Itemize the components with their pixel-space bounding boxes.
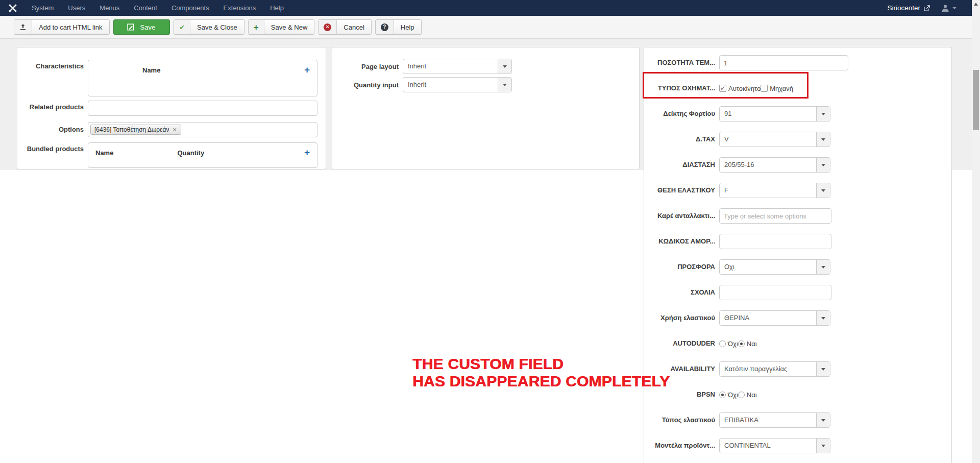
quantity-input-label: Quantity input bbox=[354, 81, 403, 89]
external-link-icon bbox=[924, 5, 930, 11]
related-products-input[interactable] bbox=[88, 101, 317, 116]
τυπος-οχηματ-row: ΤΥΠΟΣ ΟΧΗΜΑΤ...ΑυτοκίνητοΜηχανή bbox=[644, 81, 951, 96]
κωδικος-αμορ-input[interactable] bbox=[719, 234, 831, 249]
select-caret-button[interactable] bbox=[816, 362, 830, 376]
page-layout-select[interactable]: Inherit bbox=[403, 59, 512, 74]
user-menu[interactable] bbox=[941, 4, 957, 12]
field-control: 91 bbox=[719, 106, 830, 121]
bundled-products-table: Name Quantity + bbox=[88, 142, 317, 168]
radio-label-όχι: Όχι bbox=[728, 340, 738, 347]
scrollbar-up-arrow-icon[interactable] bbox=[974, 3, 978, 6]
field-control: V bbox=[719, 132, 830, 147]
menu-item-components[interactable]: Components bbox=[164, 0, 216, 16]
καρέ-ανταλλακτι-row: Καρέ ανταλλακτι... bbox=[644, 208, 951, 224]
checkbox-μηχανή[interactable] bbox=[761, 85, 768, 92]
cancel-button[interactable]: ✕Cancel bbox=[318, 19, 371, 35]
help-button[interactable]: ?Help bbox=[375, 19, 422, 35]
select-caret-button[interactable] bbox=[816, 413, 830, 427]
page-scrollbar[interactable] bbox=[972, 0, 980, 463]
caret-down-icon bbox=[821, 113, 825, 115]
menu-item-menus[interactable]: Menus bbox=[92, 0, 127, 16]
select-caret-button[interactable] bbox=[816, 260, 830, 274]
radio-label-όχι: Όχι bbox=[728, 392, 738, 398]
save-close-button[interactable]: ✔Save & Close bbox=[174, 19, 244, 35]
availability-select[interactable]: Κατόπιν παραγγελίας bbox=[719, 361, 830, 377]
select-caret-button[interactable] bbox=[816, 132, 830, 147]
field-control: Οχι bbox=[719, 259, 830, 275]
field-control: ΑυτοκίνητοΜηχανή bbox=[719, 85, 793, 92]
select-caret-button[interactable] bbox=[816, 158, 830, 172]
field-control: F bbox=[719, 183, 830, 198]
θεση-ελαστικου-select[interactable]: F bbox=[719, 183, 830, 198]
τύπος-ελαστικού-label: Τύπος ελαστικού bbox=[644, 417, 719, 424]
quantity-input-select[interactable]: Inherit bbox=[403, 77, 512, 92]
menu-item-system[interactable]: System bbox=[24, 0, 61, 16]
select-value: Inherit bbox=[403, 59, 498, 74]
χρήση-ελαστικού-row: Χρήση ελαστικούΘΕΡΙΝΑ bbox=[644, 310, 951, 326]
quantity-input-row: Quantity inputInherit bbox=[332, 77, 639, 92]
καρέ-ανταλλακτι-label: Καρέ ανταλλακτι... bbox=[644, 212, 719, 220]
τυπος-οχηματ-label: ΤΥΠΟΣ ΟΧΗΜΑΤ... bbox=[644, 85, 719, 92]
caret-down-icon bbox=[821, 266, 825, 269]
remove-tag-icon[interactable]: ✕ bbox=[172, 127, 177, 133]
δείκτης-φορτίου-select[interactable]: 91 bbox=[719, 106, 830, 121]
checkbox-αυτοκίνητο[interactable] bbox=[719, 85, 726, 92]
τύπος-ελαστικού-select[interactable]: ΕΠΙΒΑΤΙΚΑ bbox=[719, 412, 830, 428]
scrollbar-thumb[interactable] bbox=[973, 70, 979, 130]
select-caret-button[interactable] bbox=[816, 107, 830, 121]
select-caret-button[interactable] bbox=[498, 78, 511, 92]
προσφορα-select[interactable]: Οχι bbox=[719, 259, 830, 275]
menu-item-content[interactable]: Content bbox=[127, 0, 164, 16]
τύπος-ελαστικού-row: Τύπος ελαστικούΕΠΙΒΑΤΙΚΑ bbox=[644, 412, 951, 428]
help-icon: ? bbox=[381, 23, 388, 31]
radio-autoduder-ναι[interactable] bbox=[738, 340, 745, 347]
radio-bpsn-ναι[interactable] bbox=[738, 392, 745, 398]
options-input[interactable]: [6436] Τοποθέτηση Δωρεάν ✕ bbox=[88, 122, 317, 137]
select-value: CONTINENTAL bbox=[720, 438, 816, 453]
σχολια-input[interactable] bbox=[719, 285, 831, 300]
radio-autoduder-όχι[interactable] bbox=[719, 340, 726, 347]
add-characteristic-button[interactable]: + bbox=[304, 66, 310, 74]
page-layout-label: Page layout bbox=[361, 63, 403, 70]
caret-down-icon bbox=[503, 84, 507, 86]
radio-bpsn-όχι[interactable] bbox=[719, 392, 726, 398]
μοντέλα-προϊόντ-select[interactable]: CONTINENTAL bbox=[719, 438, 830, 453]
radio-label-ναι: Ναι bbox=[747, 392, 757, 398]
options-label: Options bbox=[17, 122, 88, 134]
navbar-right: Siriocenter bbox=[887, 4, 972, 12]
menu-item-users[interactable]: Users bbox=[61, 0, 92, 16]
ποσοτητα-τεμ-input[interactable] bbox=[719, 55, 848, 70]
check-icon: ✔ bbox=[179, 23, 185, 31]
save-new-button[interactable]: +Save & New bbox=[248, 19, 314, 35]
checkbox-label-μηχανή: Μηχανή bbox=[770, 85, 793, 92]
joomla-logo[interactable] bbox=[0, 4, 24, 13]
ποσοτητα-τεμ-row: ΠΟΣΟΤΗΤΑ ΤΕΜ... bbox=[644, 55, 951, 70]
field-control: 205/55-16 bbox=[719, 157, 830, 173]
χρήση-ελαστικού-select[interactable]: ΘΕΡΙΝΑ bbox=[719, 310, 830, 326]
menu-item-extensions[interactable]: Extensions bbox=[216, 0, 263, 16]
caret-down-icon bbox=[821, 419, 825, 422]
bpsn-row: BPSNΌχιΝαι bbox=[644, 387, 951, 402]
add-to-cart-html-link-button[interactable]: Add to cart HTML link bbox=[14, 19, 110, 35]
καρέ-ανταλλακτι-input[interactable] bbox=[719, 208, 831, 224]
διασταση-select[interactable]: 205/55-16 bbox=[719, 157, 830, 173]
μοντέλα-προϊόντ-label: Μοντέλα προϊόντ... bbox=[644, 442, 719, 449]
caret-down-icon bbox=[821, 445, 825, 447]
button-label: Add to cart HTML link bbox=[32, 20, 109, 34]
toolbar: Add to cart HTML linkSave✔Save & Close+S… bbox=[0, 16, 972, 39]
select-caret-button[interactable] bbox=[498, 59, 511, 74]
select-value: 205/55-16 bbox=[720, 158, 816, 172]
select-value: V bbox=[720, 132, 816, 147]
site-preview-link[interactable]: Siriocenter bbox=[887, 4, 930, 12]
save-button[interactable]: Save bbox=[113, 19, 170, 35]
select-caret-button[interactable] bbox=[816, 183, 830, 198]
menu-item-help[interactable]: Help bbox=[263, 0, 291, 16]
select-caret-button[interactable] bbox=[816, 311, 830, 325]
radio-label-ναι: Ναι bbox=[747, 340, 757, 347]
bundled-quantity-header: Quantity bbox=[177, 149, 204, 157]
add-bundled-product-button[interactable]: + bbox=[304, 149, 310, 156]
σχολια-label: ΣΧΟΛΙΑ bbox=[644, 289, 719, 296]
field-control bbox=[719, 55, 848, 70]
select-caret-button[interactable] bbox=[816, 438, 830, 453]
δ-ταχ-select[interactable]: V bbox=[719, 132, 830, 147]
